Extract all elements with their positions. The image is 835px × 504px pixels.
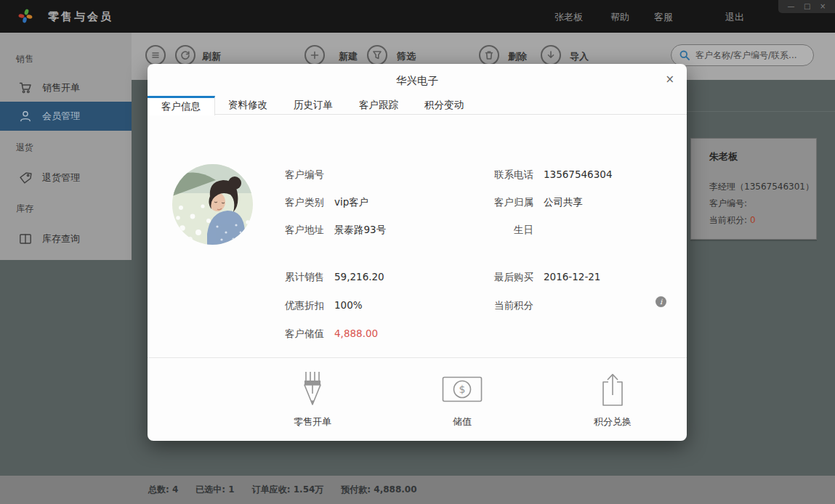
sidebar-item-inventory-query[interactable]: 库存查询 [0,226,132,252]
app-title: 零售与会员 [48,10,113,24]
plus-icon [308,49,321,62]
user-icon [18,109,33,123]
sidebar-item-label: 退货管理 [42,171,80,184]
action-deposit[interactable]: $ 储值 [411,369,513,428]
import-label[interactable]: 导入 [570,50,589,63]
refresh-button[interactable] [175,45,195,65]
delete-button[interactable] [479,45,499,65]
sidebar-section-inventory: 库存 [16,203,33,215]
points-value: 0 [750,215,756,225]
action-label: 零售开单 [262,415,363,428]
stat-value-discount: 100% [334,299,363,311]
refresh-label[interactable]: 刷新 [202,50,221,63]
field-label-phone: 联系电话 [453,168,533,182]
info-icon[interactable]: i [656,296,666,307]
customer-card-number: 客户编号: [709,198,747,210]
window-controls: — □ × [778,0,835,13]
action-label: 储值 [411,415,513,428]
tag-icon [18,171,33,185]
create-label[interactable]: 新建 [339,50,358,63]
search-box [671,44,814,66]
statusbar: 总数: 4 已选中: 1 订单应收: 1.54万 预付款: 4,888.00 [0,476,835,504]
field-value-address: 景泰路93号 [334,224,386,237]
modal-title: 华兴电子 [148,74,687,88]
stat-label-last-purchase: 最后购买 [453,271,533,284]
customer-card-points: 当前积分: 0 [709,214,756,227]
menu-button[interactable] [145,45,166,65]
customer-detail-modal: 华兴电子 × 客户信息 资料修改 历史订单 客户跟踪 积分变动 [148,64,687,441]
sidebar: 销售 销售开单 会员管理 退货 退货管理 [0,33,132,260]
field-label-customer-no: 客户编号 [240,168,324,182]
banknote-icon: $ [442,376,483,402]
create-button[interactable] [304,45,325,65]
maximize-icon[interactable]: □ [804,0,810,13]
sidebar-item-label: 库存查询 [42,232,80,245]
close-icon[interactable]: × [665,73,674,86]
filter-button[interactable] [367,45,387,65]
field-label-ownership: 客户归属 [453,196,533,209]
modal-divider [148,357,687,358]
sidebar-item-label: 销售开单 [42,81,80,94]
minimize-icon[interactable]: — [788,0,795,13]
sidebar-section-sales: 销售 [16,53,33,65]
search-icon [679,49,690,61]
dollar-glyph: $ [459,383,466,395]
import-button[interactable] [541,45,561,65]
sidebar-section-returns: 退货 [16,142,33,154]
share-up-icon [598,370,627,408]
cart-icon [18,81,33,95]
topmenu-logout[interactable]: 退出 [725,11,744,24]
stat-value-total-sales: 59,216.20 [334,271,384,283]
field-value-ownership: 公司共享 [544,196,583,209]
stat-label-discount: 优惠折扣 [240,299,324,312]
status-total: 总数: 4 [148,484,178,496]
tab-order-history[interactable]: 历史订单 [281,96,346,115]
action-retail-billing[interactable]: 零售开单 [262,369,363,428]
close-window-icon[interactable]: × [820,0,826,13]
stat-label-stored-value: 客户储值 [240,328,324,341]
filter-icon [371,49,384,62]
modal-header: 华兴电子 × [148,64,687,96]
book-icon [18,232,33,246]
tab-customer-follow[interactable]: 客户跟踪 [346,96,411,115]
pencil-down-icon [300,370,325,409]
stat-label-total-sales: 累计销售 [240,271,324,284]
stat-label-points: 当前积分 [453,299,533,312]
table-header-divider [687,111,835,112]
sidebar-item-member-mgmt[interactable]: 会员管理 [0,102,132,131]
tab-points-changes[interactable]: 积分变动 [411,96,477,115]
topmenu-help[interactable]: 帮助 [610,11,629,24]
modal-body: 客户编号 联系电话 13567546304 客户类别 vip客户 客户归属 公司… [148,115,687,373]
customer-card[interactable]: 朱老板 李经理（13567546301） 客户编号: 当前积分: 0 [690,138,817,240]
stat-value-stored-value: 4,888.00 [334,328,378,339]
status-prepaid: 预付款: 4,888.00 [341,484,416,496]
stat-value-last-purchase: 2016-12-21 [544,271,600,283]
hamburger-icon [149,49,162,62]
field-label-address: 客户地址 [240,224,324,237]
app-logo-icon [17,8,33,24]
status-selected: 已选中: 1 [195,484,234,496]
topmenu-service[interactable]: 客服 [654,11,673,24]
filter-label[interactable]: 筛选 [397,50,416,63]
search-input[interactable] [695,50,806,60]
topmenu-user[interactable]: 张老板 [554,11,583,24]
sidebar-item-label: 会员管理 [42,110,80,123]
tab-edit-profile[interactable]: 资料修改 [215,96,281,115]
field-value-category: vip客户 [334,196,368,209]
action-points-exchange[interactable]: 积分兑换 [562,369,663,428]
delete-label[interactable]: 删除 [508,50,527,63]
field-label-birthday: 生日 [453,224,533,237]
topbar: 零售与会员 张老板 帮助 客服 退出 — □ × [0,0,835,33]
trash-icon [483,49,496,62]
customer-card-name: 朱老板 [709,150,738,163]
modal-tabbar: 客户信息 资料修改 历史订单 客户跟踪 积分变动 [148,96,687,115]
app-window: 零售与会员 张老板 帮助 客服 退出 — □ × 刷新 [0,0,835,504]
sidebar-item-returns-mgmt[interactable]: 退货管理 [0,165,132,191]
refresh-icon [179,49,192,62]
customer-card-contact: 李经理（13567546301） [709,181,814,193]
field-value-phone: 13567546304 [544,168,612,180]
sidebar-item-sales-billing[interactable]: 销售开单 [0,75,132,101]
arrow-down-icon [544,49,557,62]
tab-customer-info[interactable]: 客户信息 [148,96,215,115]
field-label-category: 客户类别 [240,196,324,209]
